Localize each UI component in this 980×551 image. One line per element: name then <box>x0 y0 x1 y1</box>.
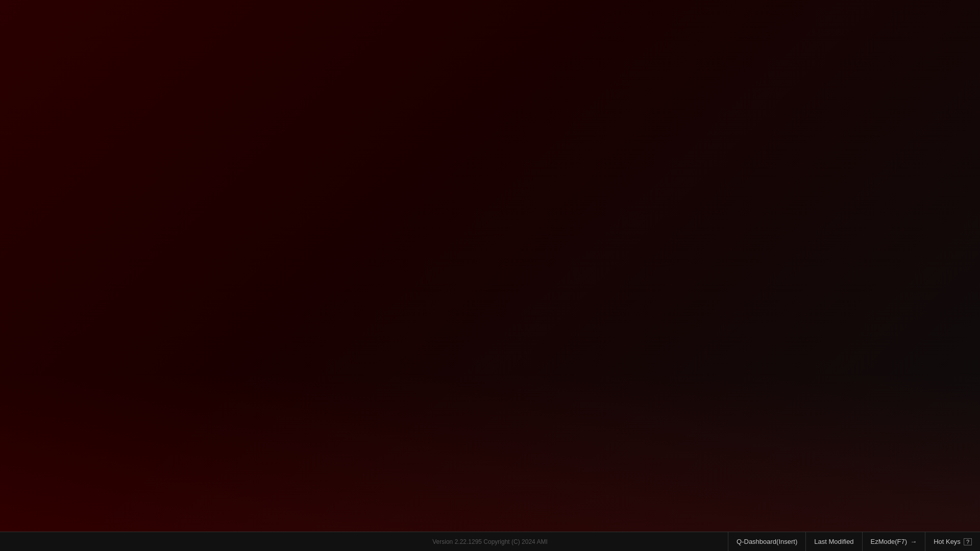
q-dashboard-label: Q-Dashboard(Insert) <box>737 538 797 545</box>
ez-mode-button[interactable]: EzMode(F7) → <box>862 532 925 552</box>
hot-keys-button[interactable]: Hot Keys ? <box>925 532 980 552</box>
last-modified-label: Last Modified <box>814 538 853 545</box>
bg-red-stripe <box>0 372 980 551</box>
bottom-bar: Version 2.22.1295 Copyright (C) 2024 AMI… <box>0 532 980 551</box>
q-dashboard-button[interactable]: Q-Dashboard(Insert) <box>728 532 805 552</box>
hot-keys-label: Hot Keys <box>934 538 961 545</box>
main-container: ROG UEFI BIOS Utility - Advanced Mode 09… <box>0 0 980 551</box>
hot-keys-icon: ? <box>964 538 972 545</box>
bottom-buttons: Q-Dashboard(Insert) Last Modified EzMode… <box>728 532 980 552</box>
last-modified-button[interactable]: Last Modified <box>805 532 862 552</box>
ez-mode-label: EzMode(F7) <box>871 538 908 545</box>
ez-mode-icon: → <box>910 538 917 545</box>
version-text: Version 2.22.1295 Copyright (C) 2024 AMI <box>432 538 547 545</box>
